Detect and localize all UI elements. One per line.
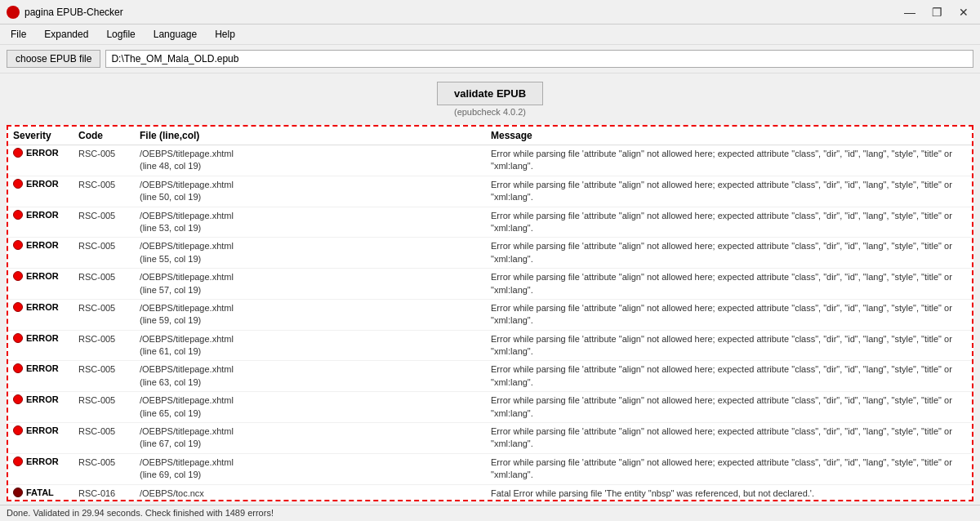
code-cell: RSC-005 bbox=[78, 302, 140, 313]
validate-section: validate EPUB (epubcheck 4.0.2) bbox=[0, 73, 980, 122]
title-bar-controls: — ❐ ✕ bbox=[899, 6, 973, 19]
table-row[interactable]: ERRORRSC-005/OEBPS/titlepage.xhtml(line … bbox=[8, 145, 972, 176]
maximize-button[interactable]: ❐ bbox=[927, 6, 947, 19]
message-cell: Error while parsing file 'attribute "ali… bbox=[491, 456, 967, 482]
severity-label: ERROR bbox=[26, 333, 59, 343]
severity-dot-icon bbox=[13, 240, 23, 250]
results-body[interactable]: ERRORRSC-005/OEBPS/titlepage.xhtml(line … bbox=[8, 145, 972, 500]
severity-label: ERROR bbox=[26, 179, 59, 189]
severity-cell: ERROR bbox=[13, 394, 78, 404]
app-icon bbox=[7, 6, 20, 19]
title-bar-title: pagina EPUB-Checker bbox=[24, 7, 123, 18]
file-cell: /OEBPS/toc.ncx(line 44, col 26) bbox=[140, 488, 491, 500]
severity-label: ERROR bbox=[26, 148, 59, 158]
header-file: File (line,col) bbox=[140, 130, 491, 141]
message-cell: Error while parsing file 'attribute "ali… bbox=[491, 210, 967, 235]
table-row[interactable]: ERRORRSC-005/OEBPS/titlepage.xhtml(line … bbox=[8, 207, 972, 238]
severity-label: ERROR bbox=[26, 456, 59, 466]
table-row[interactable]: ERRORRSC-005/OEBPS/titlepage.xhtml(line … bbox=[8, 238, 972, 269]
severity-cell: ERROR bbox=[13, 240, 78, 250]
severity-label: ERROR bbox=[26, 302, 59, 312]
table-row[interactable]: ERRORRSC-005/OEBPS/titlepage.xhtml(line … bbox=[8, 331, 972, 362]
severity-dot-icon bbox=[13, 271, 23, 281]
table-row[interactable]: ERRORRSC-005/OEBPS/titlepage.xhtml(line … bbox=[8, 392, 972, 423]
severity-dot-icon bbox=[13, 210, 23, 220]
minimize-button[interactable]: — bbox=[899, 6, 920, 19]
message-cell: Error while parsing file 'attribute "ali… bbox=[491, 148, 967, 173]
message-cell: Error while parsing file 'attribute "ali… bbox=[491, 394, 967, 420]
file-cell: /OEBPS/titlepage.xhtml(line 55, col 19) bbox=[140, 240, 491, 265]
severity-label: ERROR bbox=[26, 271, 59, 281]
severity-label: ERROR bbox=[26, 240, 59, 250]
close-button[interactable]: ✕ bbox=[954, 6, 973, 19]
code-cell: RSC-005 bbox=[78, 210, 140, 220]
message-cell: Error while parsing file 'attribute "ali… bbox=[491, 302, 967, 327]
toolbar: choose EPUB file bbox=[0, 45, 980, 73]
menu-expanded[interactable]: Expanded bbox=[37, 26, 96, 42]
severity-label: ERROR bbox=[26, 210, 59, 220]
code-cell: RSC-016 bbox=[78, 488, 140, 498]
status-text: Done. Validated in 29.94 seconds. Check … bbox=[7, 508, 274, 518]
epubcheck-version: (epubcheck 4.0.2) bbox=[454, 107, 526, 117]
severity-label: FATAL bbox=[26, 488, 54, 497]
file-cell: /OEBPS/titlepage.xhtml(line 61, col 19) bbox=[140, 333, 491, 358]
file-cell: /OEBPS/titlepage.xhtml(line 59, col 19) bbox=[140, 302, 491, 327]
status-bar: Done. Validated in 29.94 seconds. Check … bbox=[0, 505, 980, 520]
severity-cell: ERROR bbox=[13, 179, 78, 189]
header-severity: Severity bbox=[13, 130, 78, 141]
file-cell: /OEBPS/titlepage.xhtml(line 50, col 19) bbox=[140, 179, 491, 204]
code-cell: RSC-005 bbox=[78, 425, 140, 436]
severity-dot-icon bbox=[13, 302, 23, 312]
menu-language[interactable]: Language bbox=[146, 26, 204, 42]
message-cell: Error while parsing file 'attribute "ali… bbox=[491, 240, 967, 265]
message-cell: Error while parsing file 'attribute "ali… bbox=[491, 363, 967, 389]
severity-cell: ERROR bbox=[13, 271, 78, 281]
severity-dot-icon bbox=[13, 425, 23, 435]
file-path-input[interactable] bbox=[105, 50, 973, 68]
choose-epub-button[interactable]: choose EPUB file bbox=[7, 50, 100, 68]
severity-cell: ERROR bbox=[13, 363, 78, 373]
file-cell: /OEBPS/titlepage.xhtml(line 69, col 19) bbox=[140, 456, 491, 482]
header-code: Code bbox=[78, 130, 140, 141]
message-cell: Fatal Error while parsing file 'The enti… bbox=[491, 488, 967, 500]
severity-cell: ERROR bbox=[13, 333, 78, 343]
severity-dot-icon bbox=[13, 333, 23, 343]
table-row[interactable]: ERRORRSC-005/OEBPS/titlepage.xhtml(line … bbox=[8, 176, 972, 207]
severity-dot-icon bbox=[13, 488, 23, 497]
validate-button[interactable]: validate EPUB bbox=[437, 82, 543, 105]
severity-cell: FATAL bbox=[13, 488, 78, 497]
severity-dot-icon bbox=[13, 394, 23, 404]
table-row[interactable]: ERRORRSC-005/OEBPS/titlepage.xhtml(line … bbox=[8, 269, 972, 300]
file-cell: /OEBPS/titlepage.xhtml(line 67, col 19) bbox=[140, 425, 491, 451]
table-row[interactable]: ERRORRSC-005/OEBPS/titlepage.xhtml(line … bbox=[8, 361, 972, 392]
table-row[interactable]: ERRORRSC-005/OEBPS/titlepage.xhtml(line … bbox=[8, 300, 972, 331]
title-bar-left: pagina EPUB-Checker bbox=[7, 6, 123, 19]
menu-help[interactable]: Help bbox=[207, 26, 243, 42]
main-content: choose EPUB file validate EPUB (epubchec… bbox=[0, 45, 980, 520]
menu-logfile[interactable]: Logfile bbox=[99, 26, 142, 42]
message-cell: Error while parsing file 'attribute "ali… bbox=[491, 271, 967, 296]
header-message: Message bbox=[491, 130, 967, 141]
code-cell: RSC-005 bbox=[78, 333, 140, 344]
table-header: Severity Code File (line,col) Message bbox=[8, 127, 972, 145]
severity-cell: ERROR bbox=[13, 425, 78, 435]
menu-bar: File Expanded Logfile Language Help bbox=[0, 24, 980, 45]
severity-label: ERROR bbox=[26, 425, 59, 435]
table-row[interactable]: FATALRSC-016/OEBPS/toc.ncx(line 44, col … bbox=[8, 485, 972, 500]
severity-dot-icon bbox=[13, 363, 23, 373]
severity-dot-icon bbox=[13, 148, 23, 158]
severity-label: ERROR bbox=[26, 394, 59, 404]
code-cell: RSC-005 bbox=[78, 394, 140, 405]
severity-label: ERROR bbox=[26, 363, 59, 373]
file-cell: /OEBPS/titlepage.xhtml(line 53, col 19) bbox=[140, 210, 491, 235]
code-cell: RSC-005 bbox=[78, 240, 140, 251]
code-cell: RSC-005 bbox=[78, 363, 140, 374]
file-cell: /OEBPS/titlepage.xhtml(line 57, col 19) bbox=[140, 271, 491, 296]
table-row[interactable]: ERRORRSC-005/OEBPS/titlepage.xhtml(line … bbox=[8, 423, 972, 454]
code-cell: RSC-005 bbox=[78, 271, 140, 282]
table-row[interactable]: ERRORRSC-005/OEBPS/titlepage.xhtml(line … bbox=[8, 454, 972, 485]
menu-file[interactable]: File bbox=[3, 26, 33, 42]
message-cell: Error while parsing file 'attribute "ali… bbox=[491, 333, 967, 358]
message-cell: Error while parsing file 'attribute "ali… bbox=[491, 425, 967, 451]
results-area: Severity Code File (line,col) Message ER… bbox=[7, 125, 973, 501]
